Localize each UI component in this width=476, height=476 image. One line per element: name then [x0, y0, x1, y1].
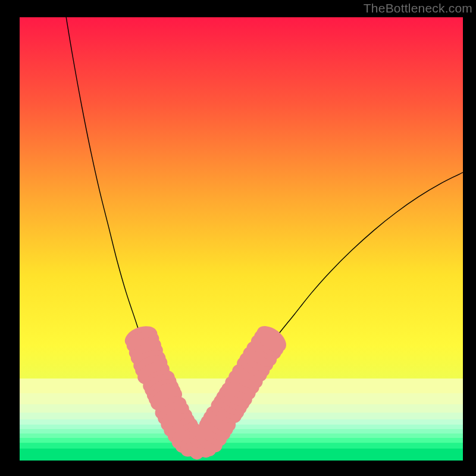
svg-rect-10 — [20, 443, 463, 449]
watermark-label: TheBottleneck.com — [364, 1, 472, 15]
svg-rect-11 — [20, 449, 463, 461]
svg-rect-9 — [20, 438, 463, 443]
bottleneck-chart — [0, 0, 476, 476]
svg-rect-5 — [20, 419, 463, 425]
chart-frame: TheBottleneck.com — [0, 0, 476, 476]
svg-rect-6 — [20, 425, 463, 430]
svg-rect-7 — [20, 429, 463, 434]
svg-rect-8 — [20, 434, 463, 439]
